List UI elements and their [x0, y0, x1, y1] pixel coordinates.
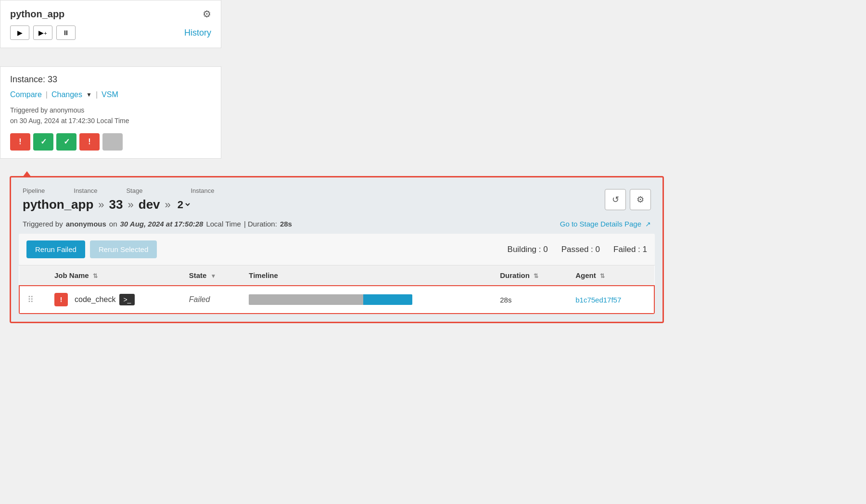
breadcrumb-section: Pipeline Instance Stage Instance python_… — [23, 187, 605, 212]
stage-crumb-label: Stage — [126, 187, 142, 194]
agent-header: Agent — [575, 271, 596, 279]
badge-icon-2: ✓ — [40, 137, 47, 146]
building-value: 0 — [543, 245, 548, 254]
stage-badge-2[interactable]: ✓ — [33, 133, 53, 151]
compare-link[interactable]: Compare — [10, 90, 42, 99]
stage-details-text: Go to Stage Details Page — [560, 220, 641, 228]
job-name-header: Job Name — [54, 271, 89, 279]
panel-settings-button[interactable]: ⚙ — [630, 189, 651, 210]
job-checkbox-cell: ⠿ — [19, 286, 47, 314]
job-checkbox-area: ⠿ — [27, 294, 39, 305]
agent-sort-icon: ⇅ — [600, 273, 605, 279]
pipeline-name: python_app — [10, 9, 64, 20]
failed-value: 1 — [643, 245, 647, 254]
duration-sort-icon: ⇅ — [534, 273, 538, 279]
job-agent-cell: b1c75ed17f57 — [568, 286, 654, 314]
main-panel: Pipeline Instance Stage Instance python_… — [10, 176, 664, 323]
th-checkbox — [19, 265, 47, 286]
badge-icon-1: ! — [19, 138, 21, 146]
pipeline-title-row: python_app ⚙ — [10, 8, 211, 20]
vsm-link[interactable]: VSM — [102, 90, 118, 99]
timeline-bar-gray — [249, 294, 363, 305]
trigger-local-static: Local Time — [206, 220, 241, 228]
instance2-crumb-label: Instance — [191, 187, 214, 194]
pipeline-settings-button[interactable]: ⚙ — [203, 8, 211, 20]
job-duration-cell: 28s — [492, 286, 568, 314]
trigger-left: Triggered by anonymous on 30 Aug, 2024 a… — [23, 220, 292, 228]
th-agent[interactable]: Agent ⇅ — [568, 265, 654, 286]
triggered-by-static: Triggered by — [23, 220, 63, 228]
stage-badge-4[interactable]: ! — [79, 133, 100, 151]
th-state[interactable]: State ▼ — [181, 265, 242, 286]
changes-link[interactable]: Changes — [51, 90, 82, 99]
pipeline-crumb-label: Pipeline — [23, 187, 45, 194]
job-name-text: code_check — [75, 295, 115, 304]
trigger-sep: | Duration: — [244, 220, 277, 228]
instance-links: Compare | Changes ▼ | VSM — [10, 90, 211, 99]
building-stat: Building : 0 — [508, 245, 548, 254]
duration-header: Duration — [500, 271, 530, 279]
history-link[interactable]: History — [184, 28, 211, 38]
building-label: Building : — [508, 245, 541, 254]
play-button[interactable]: ▶ — [10, 25, 29, 40]
job-name-sort-icon: ⇅ — [93, 273, 98, 279]
stage-badge-3[interactable]: ✓ — [56, 133, 76, 151]
instance-card: Instance: 33 Compare | Changes ▼ | VSM T… — [0, 66, 221, 159]
th-job-name[interactable]: Job Name ⇅ — [47, 265, 181, 286]
th-duration[interactable]: Duration ⇅ — [492, 265, 568, 286]
passed-value: 0 — [596, 245, 600, 254]
trigger-user: anonymous — [66, 220, 106, 228]
refresh-button[interactable]: ↺ — [605, 189, 626, 210]
stage-breadcrumb-value: dev — [139, 197, 160, 212]
badge-icon-4: ! — [88, 138, 90, 146]
console-icon[interactable]: >_ — [119, 294, 135, 305]
failed-stat: Failed : 1 — [613, 245, 647, 254]
separator-2: | — [96, 90, 98, 99]
trigger-row: Triggered by anonymous on 30 Aug, 2024 a… — [11, 220, 662, 234]
play-with-options-button[interactable]: ▶+ — [33, 25, 52, 40]
panel-header: Pipeline Instance Stage Instance python_… — [11, 177, 662, 220]
pipeline-actions: ▶ ▶+ ⏸ History — [10, 25, 211, 40]
job-name-cell: ! code_check >_ — [47, 286, 181, 314]
timeline-header: Timeline — [249, 271, 278, 279]
pipeline-breadcrumb-value: python_app — [23, 197, 93, 212]
agent-link[interactable]: b1c75ed17f57 — [575, 296, 621, 304]
pause-button[interactable]: ⏸ — [56, 25, 76, 40]
passed-stat: Passed : 0 — [561, 245, 600, 254]
jobs-toolbar: Rerun Failed Rerun Selected Building : 0… — [19, 234, 655, 265]
jobs-stats: Building : 0 Passed : 0 Failed : 1 — [508, 245, 647, 254]
changes-dropdown-icon[interactable]: ▼ — [86, 91, 92, 98]
state-sort-icon: ▼ — [211, 273, 216, 279]
rerun-selected-button[interactable]: Rerun Selected — [90, 240, 157, 258]
timeline-bar-teal — [363, 294, 412, 305]
separator-1: | — [46, 90, 48, 99]
panel-buttons: ↺ ⚙ — [605, 189, 651, 210]
stage-badge-1[interactable]: ! — [10, 133, 30, 151]
timeline-bar — [249, 294, 412, 305]
triggered-by-label: Triggered by anonymous — [10, 106, 84, 114]
instance-crumb-label: Instance — [74, 187, 97, 194]
job-duration-value: 28s — [500, 296, 511, 304]
instance-select[interactable]: 2 1 — [176, 198, 191, 211]
drag-handle[interactable]: ⠿ — [27, 294, 34, 305]
external-link-icon: ↗ — [645, 220, 651, 228]
instance-breadcrumb-value: 33 — [109, 197, 123, 212]
instance-label: Instance: 33 — [10, 75, 211, 85]
passed-label: Passed : — [561, 245, 593, 254]
trigger-date: on 30 Aug, 2024 at 17:42:30 Local Time — [10, 117, 129, 125]
trigger-panel-date: 30 Aug, 2024 at 17:50:28 — [120, 220, 204, 228]
rerun-failed-button[interactable]: Rerun Failed — [26, 240, 85, 258]
stage-badges: ! ✓ ✓ ! — [10, 133, 211, 151]
stage-badge-5[interactable] — [102, 133, 123, 151]
state-header: State — [189, 271, 207, 279]
instance-dropdown[interactable]: 2 1 — [176, 198, 191, 211]
job-timeline-cell — [241, 286, 492, 314]
jobs-section: Rerun Failed Rerun Selected Building : 0… — [19, 234, 655, 314]
trigger-duration: 28s — [280, 220, 292, 228]
sep-3: » — [165, 199, 171, 211]
sep-1: » — [98, 199, 104, 211]
sep-2: » — [128, 199, 134, 211]
trigger-info: Triggered by anonymous on 30 Aug, 2024 a… — [10, 105, 211, 126]
job-state-cell: Failed — [181, 286, 242, 314]
stage-details-link[interactable]: Go to Stage Details Page ↗ — [560, 220, 651, 228]
